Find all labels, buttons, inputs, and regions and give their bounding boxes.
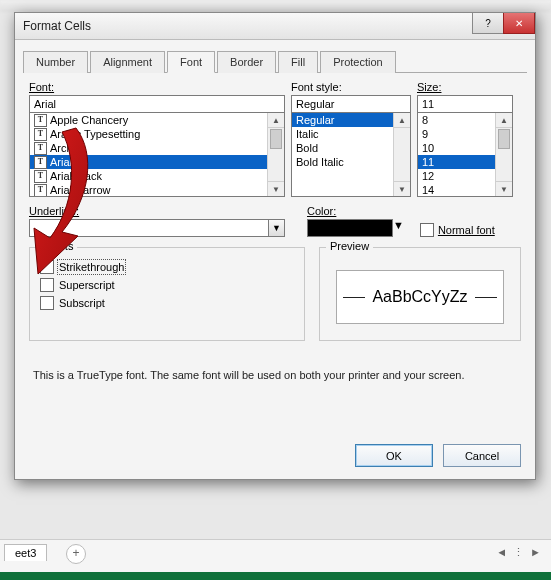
truetype-icon: T bbox=[34, 170, 47, 183]
preview-text: AaBbCcYyZz bbox=[372, 288, 467, 306]
list-item: TArabic Typesetting bbox=[30, 127, 284, 141]
tab-border[interactable]: Border bbox=[217, 51, 276, 73]
checkbox-icon bbox=[40, 296, 54, 310]
list-item: TApple Chancery bbox=[30, 113, 284, 127]
nav-prev-icon[interactable]: ◄ bbox=[496, 546, 507, 559]
chevron-down-icon[interactable]: ▼ bbox=[268, 219, 285, 237]
hint-text: This is a TrueType font. The same font w… bbox=[33, 369, 517, 381]
underline-input[interactable] bbox=[29, 219, 268, 237]
underline-combo[interactable]: ▼ bbox=[29, 219, 285, 237]
tab-protection[interactable]: Protection bbox=[320, 51, 396, 73]
font-label: Font: bbox=[29, 81, 285, 93]
truetype-icon: T bbox=[34, 156, 47, 169]
truetype-icon: T bbox=[34, 114, 47, 127]
background-ribbon bbox=[0, 0, 551, 12]
list-item: TArchie bbox=[30, 141, 284, 155]
format-cells-dialog: Format Cells ? ✕ Number Alignment Font B… bbox=[14, 12, 536, 480]
size-list[interactable]: 8 9 10 11 12 14 ▲▼ bbox=[417, 113, 513, 197]
font-style-label: Font style: bbox=[291, 81, 411, 93]
truetype-icon: T bbox=[34, 184, 47, 197]
preview-label: Preview bbox=[326, 240, 373, 252]
new-sheet-button[interactable]: + bbox=[66, 544, 86, 564]
cancel-button[interactable]: Cancel bbox=[443, 444, 521, 467]
scrollbar[interactable]: ▲▼ bbox=[267, 113, 284, 196]
sheet-tab-bar: eet3 + ◄ ⋮ ► bbox=[0, 539, 551, 580]
preview-box: AaBbCcYyZz bbox=[336, 270, 504, 324]
font-input[interactable] bbox=[29, 95, 285, 113]
normal-font-checkbox[interactable]: Normal font bbox=[420, 223, 495, 237]
color-label: Color: bbox=[307, 205, 404, 217]
chevron-down-icon[interactable]: ▼ bbox=[393, 219, 404, 237]
truetype-icon: T bbox=[34, 128, 47, 141]
superscript-checkbox[interactable]: Superscript bbox=[40, 278, 294, 292]
underline-label: Underline: bbox=[29, 205, 285, 217]
subscript-checkbox[interactable]: Subscript bbox=[40, 296, 294, 310]
tab-number[interactable]: Number bbox=[23, 51, 88, 73]
font-list[interactable]: TApple Chancery TArabic Typesetting TArc… bbox=[29, 113, 285, 197]
strikethrough-checkbox[interactable]: Strikethrough bbox=[40, 260, 294, 274]
scrollbar[interactable]: ▲▼ bbox=[495, 113, 512, 196]
list-item: TArial Narrow bbox=[30, 183, 284, 197]
list-item: TArial Black bbox=[30, 169, 284, 183]
ok-button[interactable]: OK bbox=[355, 444, 433, 467]
nav-next-icon[interactable]: ► bbox=[530, 546, 541, 559]
color-swatch[interactable] bbox=[307, 219, 393, 237]
dialog-title: Format Cells bbox=[23, 19, 91, 33]
scrollbar[interactable]: ▲▼ bbox=[393, 113, 410, 196]
tab-font[interactable]: Font bbox=[167, 51, 215, 73]
status-bar bbox=[0, 572, 551, 580]
font-style-list[interactable]: Regular Italic Bold Bold Italic ▲▼ bbox=[291, 113, 411, 197]
checkbox-icon bbox=[420, 223, 434, 237]
help-button[interactable]: ? bbox=[472, 13, 503, 34]
sheet-tab[interactable]: eet3 bbox=[4, 544, 47, 561]
list-item: TArial bbox=[30, 155, 284, 169]
close-button[interactable]: ✕ bbox=[503, 13, 535, 34]
tab-alignment[interactable]: Alignment bbox=[90, 51, 165, 73]
effects-group: Effects Strikethrough Superscript Subscr… bbox=[29, 247, 305, 341]
nav-divider: ⋮ bbox=[513, 546, 524, 559]
preview-group: Preview AaBbCcYyZz bbox=[319, 247, 521, 341]
effects-label: Effects bbox=[36, 240, 77, 252]
size-label: Size: bbox=[417, 81, 513, 93]
tab-fill[interactable]: Fill bbox=[278, 51, 318, 73]
size-input[interactable] bbox=[417, 95, 513, 113]
checkbox-icon bbox=[40, 278, 54, 292]
font-style-input[interactable] bbox=[291, 95, 411, 113]
checkbox-icon bbox=[40, 260, 54, 274]
truetype-icon: T bbox=[34, 142, 47, 155]
tabstrip: Number Alignment Font Border Fill Protec… bbox=[23, 50, 527, 73]
titlebar[interactable]: Format Cells ? ✕ bbox=[15, 13, 535, 40]
